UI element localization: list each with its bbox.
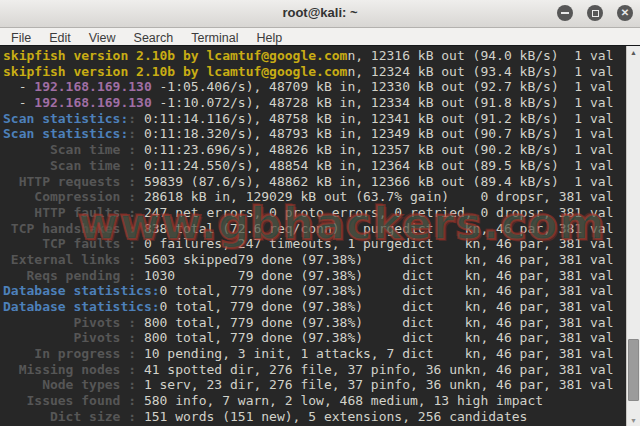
scroll-up-icon[interactable]: ▲: [627, 49, 640, 56]
terminal-text: skipfish version 2.10b by lcamtuf@google…: [3, 48, 614, 425]
minimize-button[interactable]: [557, 5, 573, 21]
menu-item-file[interactable]: File: [2, 30, 40, 47]
terminal-output[interactable]: skipfish version 2.10b by lcamtuf@google…: [0, 46, 640, 426]
menu-item-help[interactable]: Help: [247, 30, 291, 47]
terminal-line: TCP faults : 0 failures, 247 timeouts, 1…: [3, 236, 614, 252]
menubar: FileEditViewSearchTerminalHelp: [0, 28, 640, 46]
titlebar[interactable]: root@kali: ~ ✕: [0, 0, 640, 28]
maximize-icon: [592, 10, 599, 17]
terminal-line: HTTP faults : 247 net errors, 0 proto er…: [3, 205, 614, 221]
terminal-line: In progress : 10 pending, 3 init, 1 atta…: [3, 346, 614, 362]
terminal-window: root@kali: ~ ✕ FileEditViewSearchTermina…: [0, 0, 640, 426]
menu-item-terminal[interactable]: Terminal: [182, 30, 247, 47]
close-button[interactable]: ✕: [617, 5, 633, 21]
terminal-line: TCP handshakes : 838 total (72.6 req/con…: [3, 221, 614, 237]
menu-item-view[interactable]: View: [80, 30, 125, 47]
terminal-line: Missing nodes : 41 spotted dir, 276 file…: [3, 362, 614, 378]
scrollbar[interactable]: ▲ ▼: [626, 46, 640, 426]
terminal-line: - 192.168.169.130 -1:10.072/s), 48728 kB…: [3, 95, 614, 111]
terminal-line: Pivots : 800 total, 779 done (97.38%) di…: [3, 330, 614, 346]
terminal-line: Reqs pending : 1030 79 done (97.38%) dic…: [3, 268, 614, 284]
terminal-line: Node types : 1 serv, 23 dir, 276 file, 3…: [3, 377, 614, 393]
terminal-line: skipfish version 2.10b by lcamtuf@google…: [3, 64, 614, 80]
close-icon: ✕: [617, 6, 633, 20]
minimize-icon: [561, 12, 569, 14]
terminal-line: Compression : 28618 kB in, 129029 kB out…: [3, 189, 614, 205]
menu-item-search[interactable]: Search: [125, 30, 183, 47]
terminal-line: Scan statistics:: 0:11:14.116/s), 48758 …: [3, 111, 614, 127]
terminal-line: Dict size : 151 words (151 new), 5 exten…: [3, 409, 614, 425]
terminal-line: Database statistics:0 total, 779 done (9…: [3, 299, 614, 315]
terminal-line: - 192.168.169.130 -1:05.406/s), 48709 kB…: [3, 79, 614, 95]
terminal-line: skipfish version 2.10b by lcamtuf@google…: [3, 48, 614, 64]
window-title: root@kali: ~: [0, 5, 640, 20]
terminal-line: Pivots : 800 total, 779 done (97.38%) di…: [3, 315, 614, 331]
menu-item-edit[interactable]: Edit: [40, 30, 80, 47]
terminal-line: Issues found : 580 info, 7 warn, 2 low, …: [3, 393, 614, 409]
scrollbar-thumb[interactable]: [628, 339, 639, 401]
terminal-line: Database statistics:0 total, 779 done (9…: [3, 283, 614, 299]
terminal-line: Scan time : 0:11:23.696/s), 48826 kB in,…: [3, 142, 614, 158]
window-controls: ✕: [557, 5, 633, 21]
scroll-down-icon[interactable]: ▼: [627, 417, 640, 424]
terminal-line: External links : 5603 skipped79 done (97…: [3, 252, 614, 268]
terminal-line: Scan time : 0:11:24.550/s), 48854 kB in,…: [3, 158, 614, 174]
terminal-line: HTTP requests : 59839 (87.6/s), 48862 kB…: [3, 174, 614, 190]
terminal-line: Scan statistics:: 0:11:18.320/s), 48793 …: [3, 126, 614, 142]
maximize-button[interactable]: [587, 5, 603, 21]
